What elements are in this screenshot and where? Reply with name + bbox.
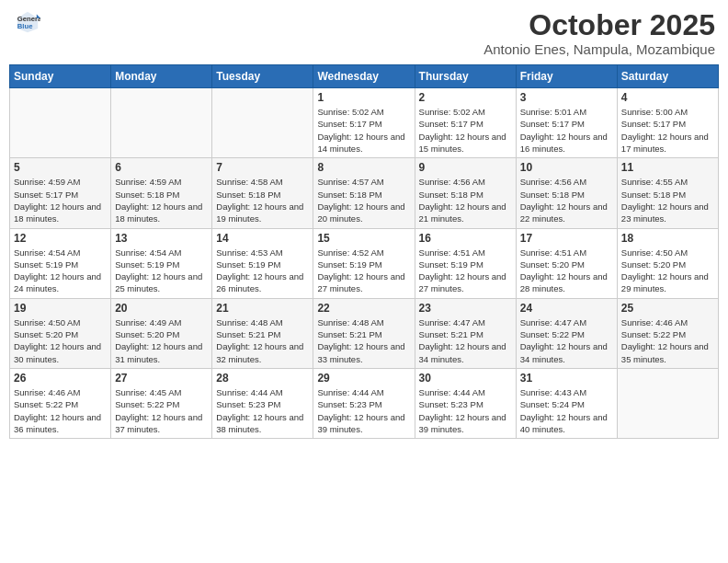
day-info: Sunrise: 4:59 AM Sunset: 5:17 PM Dayligh…	[14, 176, 107, 224]
weekday-header-wednesday: Wednesday	[313, 65, 415, 88]
calendar-cell: 16Sunrise: 4:51 AM Sunset: 5:19 PM Dayli…	[415, 228, 516, 298]
logo: General Blue	[13, 9, 40, 39]
day-info: Sunrise: 5:00 AM Sunset: 5:17 PM Dayligh…	[621, 106, 714, 155]
calendar-cell: 25Sunrise: 4:46 AM Sunset: 5:22 PM Dayli…	[617, 298, 718, 368]
weekday-header-thursday: Thursday	[415, 65, 516, 88]
day-info: Sunrise: 4:50 AM Sunset: 5:20 PM Dayligh…	[14, 316, 107, 365]
calendar-cell: 18Sunrise: 4:50 AM Sunset: 5:20 PM Dayli…	[617, 228, 718, 298]
week-row-1: 1Sunrise: 5:02 AM Sunset: 5:17 PM Daylig…	[10, 88, 719, 158]
page-header: General Blue October 2025 Antonio Enes, …	[9, 9, 719, 57]
day-number: 25	[621, 302, 714, 315]
day-number: 14	[216, 232, 309, 245]
day-info: Sunrise: 4:59 AM Sunset: 5:18 PM Dayligh…	[115, 176, 208, 224]
day-number: 10	[520, 161, 613, 174]
calendar-cell	[617, 368, 718, 438]
day-info: Sunrise: 4:55 AM Sunset: 5:18 PM Dayligh…	[621, 176, 714, 224]
day-number: 17	[520, 232, 613, 245]
day-info: Sunrise: 4:58 AM Sunset: 5:18 PM Dayligh…	[216, 176, 309, 224]
calendar-cell: 1Sunrise: 5:02 AM Sunset: 5:17 PM Daylig…	[313, 88, 415, 158]
day-info: Sunrise: 4:46 AM Sunset: 5:22 PM Dayligh…	[621, 316, 714, 365]
day-info: Sunrise: 5:02 AM Sunset: 5:17 PM Dayligh…	[419, 106, 512, 155]
day-number: 13	[115, 232, 208, 245]
day-info: Sunrise: 4:53 AM Sunset: 5:19 PM Dayligh…	[216, 247, 309, 295]
day-number: 30	[419, 372, 512, 385]
calendar-cell: 26Sunrise: 4:46 AM Sunset: 5:22 PM Dayli…	[10, 368, 111, 438]
day-number: 8	[317, 161, 410, 174]
day-number: 31	[520, 372, 613, 385]
calendar-cell: 21Sunrise: 4:48 AM Sunset: 5:21 PM Dayli…	[212, 298, 313, 368]
day-number: 26	[14, 372, 107, 385]
month-title: October 2025	[483, 9, 715, 41]
day-number: 4	[621, 91, 714, 104]
week-row-3: 12Sunrise: 4:54 AM Sunset: 5:19 PM Dayli…	[10, 228, 719, 298]
calendar-cell	[212, 88, 313, 158]
day-info: Sunrise: 4:51 AM Sunset: 5:19 PM Dayligh…	[419, 247, 512, 295]
day-number: 24	[520, 302, 613, 315]
calendar-cell: 24Sunrise: 4:47 AM Sunset: 5:22 PM Dayli…	[516, 298, 617, 368]
weekday-header-saturday: Saturday	[617, 65, 718, 88]
calendar-cell: 20Sunrise: 4:49 AM Sunset: 5:20 PM Dayli…	[111, 298, 212, 368]
calendar-cell: 13Sunrise: 4:54 AM Sunset: 5:19 PM Dayli…	[111, 228, 212, 298]
calendar-cell	[111, 88, 212, 158]
day-number: 5	[14, 161, 107, 174]
calendar-cell: 22Sunrise: 4:48 AM Sunset: 5:21 PM Dayli…	[313, 298, 415, 368]
day-number: 9	[419, 161, 512, 174]
day-info: Sunrise: 4:47 AM Sunset: 5:21 PM Dayligh…	[419, 316, 512, 365]
calendar-cell: 23Sunrise: 4:47 AM Sunset: 5:21 PM Dayli…	[415, 298, 516, 368]
day-number: 7	[216, 161, 309, 174]
day-number: 22	[317, 302, 410, 315]
calendar-cell: 19Sunrise: 4:50 AM Sunset: 5:20 PM Dayli…	[10, 298, 111, 368]
day-info: Sunrise: 4:52 AM Sunset: 5:19 PM Dayligh…	[317, 247, 410, 295]
day-number: 1	[317, 91, 410, 104]
day-info: Sunrise: 4:43 AM Sunset: 5:24 PM Dayligh…	[520, 386, 613, 435]
calendar-cell: 3Sunrise: 5:01 AM Sunset: 5:17 PM Daylig…	[516, 88, 617, 158]
day-info: Sunrise: 4:46 AM Sunset: 5:22 PM Dayligh…	[14, 386, 107, 435]
day-info: Sunrise: 4:49 AM Sunset: 5:20 PM Dayligh…	[115, 316, 208, 365]
day-info: Sunrise: 4:50 AM Sunset: 5:20 PM Dayligh…	[621, 247, 714, 295]
day-info: Sunrise: 5:02 AM Sunset: 5:17 PM Dayligh…	[317, 106, 410, 155]
day-number: 18	[621, 232, 714, 245]
day-info: Sunrise: 4:54 AM Sunset: 5:19 PM Dayligh…	[14, 247, 107, 295]
calendar-cell: 9Sunrise: 4:56 AM Sunset: 5:18 PM Daylig…	[415, 158, 516, 228]
day-number: 11	[621, 161, 714, 174]
svg-text:Blue: Blue	[17, 22, 33, 30]
calendar-cell: 30Sunrise: 4:44 AM Sunset: 5:23 PM Dayli…	[415, 368, 516, 438]
day-number: 19	[14, 302, 107, 315]
title-area: October 2025 Antonio Enes, Nampula, Moza…	[483, 9, 715, 57]
day-number: 16	[419, 232, 512, 245]
calendar-cell: 6Sunrise: 4:59 AM Sunset: 5:18 PM Daylig…	[111, 158, 212, 228]
weekday-header-friday: Friday	[516, 65, 617, 88]
calendar-cell: 5Sunrise: 4:59 AM Sunset: 5:17 PM Daylig…	[10, 158, 111, 228]
day-info: Sunrise: 4:48 AM Sunset: 5:21 PM Dayligh…	[216, 316, 309, 365]
calendar-cell: 14Sunrise: 4:53 AM Sunset: 5:19 PM Dayli…	[212, 228, 313, 298]
weekday-header-monday: Monday	[111, 65, 212, 88]
week-row-2: 5Sunrise: 4:59 AM Sunset: 5:17 PM Daylig…	[10, 158, 719, 228]
day-info: Sunrise: 4:44 AM Sunset: 5:23 PM Dayligh…	[419, 386, 512, 435]
day-number: 15	[317, 232, 410, 245]
calendar-table: SundayMondayTuesdayWednesdayThursdayFrid…	[9, 64, 719, 439]
calendar-cell: 29Sunrise: 4:44 AM Sunset: 5:23 PM Dayli…	[313, 368, 415, 438]
day-info: Sunrise: 4:48 AM Sunset: 5:21 PM Dayligh…	[317, 316, 410, 365]
location-subtitle: Antonio Enes, Nampula, Mozambique	[483, 41, 715, 57]
calendar-cell: 12Sunrise: 4:54 AM Sunset: 5:19 PM Dayli…	[10, 228, 111, 298]
day-number: 20	[115, 302, 208, 315]
day-info: Sunrise: 4:56 AM Sunset: 5:18 PM Dayligh…	[520, 176, 613, 224]
calendar-cell: 2Sunrise: 5:02 AM Sunset: 5:17 PM Daylig…	[415, 88, 516, 158]
day-info: Sunrise: 4:54 AM Sunset: 5:19 PM Dayligh…	[115, 247, 208, 295]
day-info: Sunrise: 4:56 AM Sunset: 5:18 PM Dayligh…	[419, 176, 512, 224]
calendar-cell	[10, 88, 111, 158]
day-info: Sunrise: 4:44 AM Sunset: 5:23 PM Dayligh…	[317, 386, 410, 435]
weekday-header-tuesday: Tuesday	[212, 65, 313, 88]
day-number: 29	[317, 372, 410, 385]
day-info: Sunrise: 4:51 AM Sunset: 5:20 PM Dayligh…	[520, 247, 613, 295]
calendar-cell: 8Sunrise: 4:57 AM Sunset: 5:18 PM Daylig…	[313, 158, 415, 228]
week-row-4: 19Sunrise: 4:50 AM Sunset: 5:20 PM Dayli…	[10, 298, 719, 368]
calendar-cell: 28Sunrise: 4:44 AM Sunset: 5:23 PM Dayli…	[212, 368, 313, 438]
day-info: Sunrise: 5:01 AM Sunset: 5:17 PM Dayligh…	[520, 106, 613, 155]
day-number: 27	[115, 372, 208, 385]
day-number: 28	[216, 372, 309, 385]
calendar-cell: 17Sunrise: 4:51 AM Sunset: 5:20 PM Dayli…	[516, 228, 617, 298]
calendar-cell: 31Sunrise: 4:43 AM Sunset: 5:24 PM Dayli…	[516, 368, 617, 438]
calendar-cell: 11Sunrise: 4:55 AM Sunset: 5:18 PM Dayli…	[617, 158, 718, 228]
day-info: Sunrise: 4:45 AM Sunset: 5:22 PM Dayligh…	[115, 386, 208, 435]
